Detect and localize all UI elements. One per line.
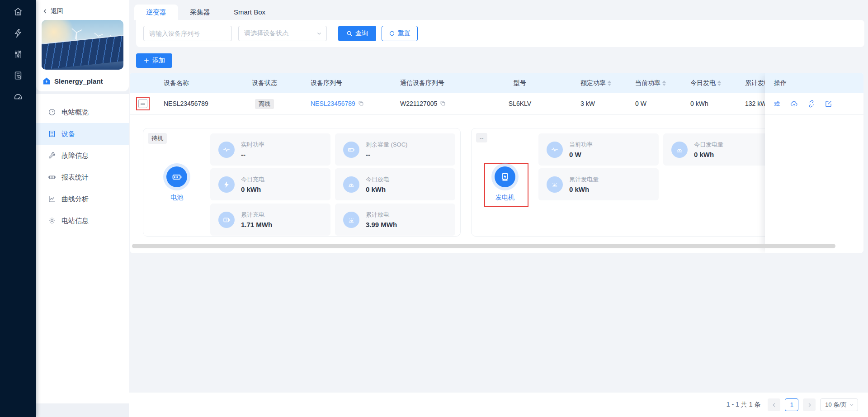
plant-sidebar: 返回 Slenergy_plant — [36, 0, 129, 417]
operations-column: 操作 — [765, 73, 863, 253]
col-device-name: 设备名称 — [164, 73, 189, 93]
plant-house-icon — [42, 77, 51, 85]
chevron-left-icon — [42, 9, 48, 14]
tab-collector[interactable]: 采集器 — [178, 5, 222, 20]
stat-tile: 今日放电0 kWh — [335, 168, 455, 200]
stat-tile: 当前功率0 W — [538, 133, 659, 166]
prev-page-button[interactable] — [768, 398, 780, 411]
bolt-icon[interactable] — [13, 28, 23, 38]
pulse-icon — [547, 142, 563, 158]
wrench-icon — [48, 152, 56, 160]
search-button[interactable]: 查询 — [338, 26, 376, 41]
sort-current-power[interactable] — [662, 81, 666, 86]
horizontal-scrollbar[interactable] — [132, 244, 835, 248]
cell-today-energy: 0 kWh — [690, 93, 708, 115]
gauge-icon[interactable] — [13, 92, 23, 102]
sidebar-item-faults[interactable]: 故障信息 — [36, 145, 129, 166]
status-select[interactable]: 请选择设备状态 — [238, 26, 327, 41]
serial-input[interactable] — [143, 26, 232, 41]
plant-photo — [42, 20, 123, 70]
sidebar-item-devices[interactable]: 设备 — [36, 123, 129, 145]
chevron-right-icon — [807, 403, 812, 408]
doc-search-icon[interactable] — [13, 71, 23, 81]
back-button[interactable]: 返回 — [42, 5, 123, 20]
cell-model: SL6KLV — [495, 93, 545, 115]
tab-smart-box[interactable]: Smart Box — [222, 5, 277, 20]
col-serial: 设备序列号 — [311, 73, 342, 93]
chevron-left-icon — [772, 403, 777, 408]
sidebar-item-overview[interactable]: 电站概览 — [36, 101, 129, 123]
serial-link[interactable]: NESL23456789 — [311, 100, 355, 107]
sidebar-item-reports[interactable]: 报表统计 — [36, 166, 129, 188]
generator-status-badge: -- — [476, 133, 487, 142]
stat-tile: 实时功率-- — [210, 133, 330, 166]
siren-icon — [343, 212, 359, 228]
generator-device[interactable]: 发电机 — [472, 166, 538, 202]
home-icon[interactable] — [13, 7, 23, 17]
col-device-status: 设备状态 — [244, 73, 285, 93]
battery-card: 待机 电池 实时功率-- 剩余容量 (SOC)-- — [143, 128, 461, 237]
search-icon — [346, 30, 353, 37]
cell-current-power: 0 W — [635, 93, 646, 115]
generator-icon — [495, 166, 515, 187]
sort-today-energy[interactable] — [717, 81, 721, 86]
stat-tile: 累计发电量0 kWh — [538, 168, 659, 200]
report-icon — [48, 173, 56, 181]
col-operations: 操作 — [765, 73, 863, 93]
expanded-row-panel: 待机 电池 实时功率-- 剩余容量 (SOC)-- — [130, 115, 863, 243]
global-nav-rail — [0, 0, 36, 417]
col-model: 型号 — [495, 73, 545, 93]
chevron-down-icon — [849, 403, 854, 407]
stat-tile: 剩余容量 (SOC)-- — [335, 133, 455, 166]
status-select-placeholder: 请选择设备状态 — [244, 29, 288, 38]
plant-summary: 返回 Slenergy_plant — [36, 0, 129, 91]
reset-button[interactable]: 重置 — [382, 26, 418, 41]
gear-icon — [48, 217, 56, 225]
next-page-button[interactable] — [803, 398, 816, 411]
sidebar-item-label: 电站信息 — [61, 217, 89, 225]
siren-icon — [547, 176, 563, 193]
copy-icon[interactable] — [440, 100, 446, 106]
tab-inverter[interactable]: 逆变器 — [134, 5, 178, 20]
dashboard-icon — [48, 108, 56, 116]
highlight-box-expand — [136, 97, 150, 110]
sidebar-item-label: 设备 — [61, 130, 75, 138]
app-root: 返回 Slenergy_plant — [0, 0, 868, 417]
cell-device-status: 离线 — [244, 93, 285, 115]
stat-tile: 累计放电3.99 MWh — [335, 204, 455, 236]
page-number-button[interactable]: 1 — [785, 398, 798, 411]
lamp-icon — [671, 142, 688, 158]
lamp-icon — [343, 176, 359, 193]
sliders-icon[interactable] — [13, 49, 23, 59]
battery-device[interactable]: 电池 — [143, 166, 210, 202]
sidebar-item-curves[interactable]: 曲线分析 — [36, 188, 129, 210]
sort-rated-power[interactable] — [608, 81, 611, 86]
battery-icon — [343, 142, 359, 158]
pagination-total: 1 - 1 共 1 条 — [726, 401, 760, 409]
add-device-button[interactable]: 添加 — [136, 53, 172, 68]
generator-label: 发电机 — [495, 194, 514, 202]
device-table: 设备名称 设备状态 设备序列号 通信设备序列号 型号 额定功率 当前功率 今日发… — [130, 73, 863, 253]
page-size-select[interactable]: 10 条/页 — [820, 398, 858, 411]
settings-sliders-icon[interactable] — [773, 100, 781, 108]
plus-icon — [143, 57, 150, 64]
row-actions — [765, 93, 863, 115]
sidebar-item-label: 电站概览 — [61, 108, 89, 117]
pagination-bar: 1 - 1 共 1 条 1 10 条/页 — [129, 393, 868, 417]
edit-square-icon[interactable] — [825, 100, 832, 108]
device-type-tabs: 逆变器 采集器 Smart Box — [134, 5, 868, 20]
collapse-row-button[interactable] — [138, 99, 147, 108]
sidebar-item-label: 故障信息 — [61, 152, 89, 160]
cloud-upload-icon[interactable] — [790, 100, 798, 108]
copy-icon[interactable] — [358, 100, 364, 106]
plant-title: Slenergy_plant — [42, 77, 123, 85]
col-rated-power: 额定功率 — [580, 73, 611, 93]
battery-status-badge: 待机 — [148, 133, 167, 144]
chart-line-icon — [48, 195, 56, 203]
plant-name: Slenergy_plant — [54, 77, 103, 85]
stat-tile: 累计充电1.71 MWh — [210, 204, 330, 236]
unbind-link-icon[interactable] — [807, 100, 815, 108]
sidebar-item-plant-info[interactable]: 电站信息 — [36, 210, 129, 232]
main-content: 逆变器 采集器 Smart Box 请选择设备状态 查询 重置 添加 — [129, 0, 868, 417]
battery-label: 电池 — [170, 194, 183, 202]
